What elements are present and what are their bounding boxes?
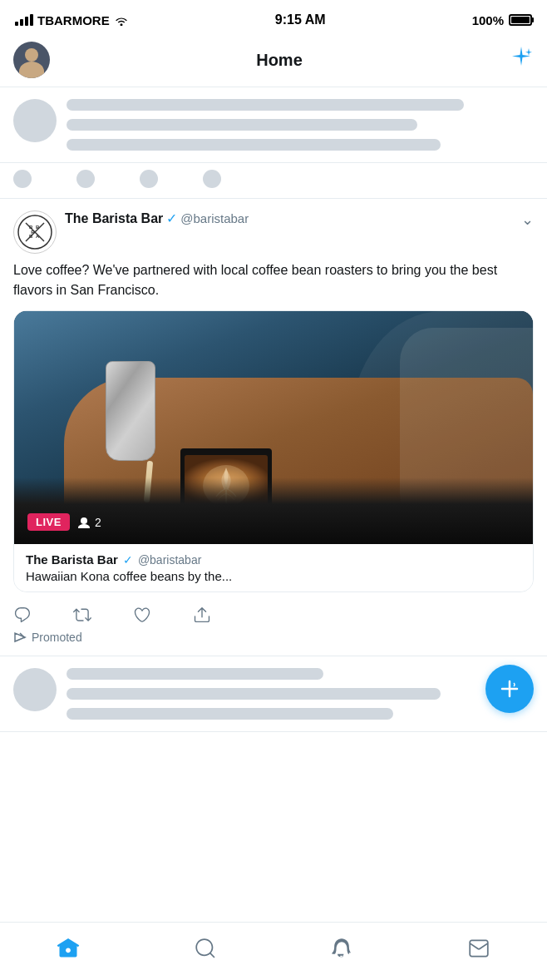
media-caption: Hawaiian Kona coffee beans by the...: [26, 569, 521, 583]
compose-button[interactable]: [485, 665, 534, 713]
skeleton-lines: [67, 99, 534, 151]
media-footer: The Barista Bar ✓ @baristabar Hawaiian K…: [14, 544, 533, 591]
tweet-header: B B B A R The Barista Bar ✓ @baristabar …: [13, 210, 534, 254]
home-icon: [57, 937, 80, 960]
tweet-card: B B B A R The Barista Bar ✓ @baristabar …: [0, 199, 547, 656]
skeleton-avatar-2: [13, 668, 57, 711]
battery-percent: 100%: [472, 13, 504, 27]
skeleton-line-b3: [67, 708, 393, 720]
skeleton-line-1: [67, 99, 464, 111]
sparkle-icon: [509, 45, 534, 70]
promoted-icon: [13, 631, 27, 644]
skeleton-line-2: [67, 119, 417, 131]
notifications-icon: [330, 937, 353, 960]
skeleton-line-3: [67, 139, 441, 151]
bottom-nav: [0, 922, 547, 980]
reply-button[interactable]: [13, 606, 32, 624]
retweet-icon: [73, 606, 91, 624]
tweet-text: Love coffee? We've partnered with local …: [13, 260, 534, 300]
messages-icon: [467, 937, 490, 960]
nav-messages[interactable]: [451, 930, 507, 967]
dark-bottom: [14, 478, 533, 544]
barista-logo: B B B A R: [17, 215, 52, 250]
skeleton-circle-3: [140, 170, 158, 188]
tweet-account-name[interactable]: The Barista Bar: [65, 211, 163, 226]
media-card[interactable]: LIVE 2 The Barista Bar ✓ @baristabar: [13, 310, 534, 592]
carrier-label: TBARMORE: [37, 13, 110, 27]
battery-icon: [509, 14, 532, 26]
tweet-account-handle[interactable]: @baristabar: [180, 211, 249, 225]
status-left: TBARMORE: [15, 13, 129, 27]
skeleton-line-b2: [67, 688, 441, 700]
verified-badge: ✓: [166, 210, 177, 226]
signal-icon: [15, 14, 33, 26]
app-header: Home: [0, 37, 547, 87]
search-icon: [194, 937, 217, 960]
retweet-button[interactable]: [73, 606, 91, 624]
share-button[interactable]: [193, 606, 211, 624]
status-right: 100%: [472, 13, 532, 27]
svg-point-9: [81, 517, 87, 524]
tweet-name-row: The Barista Bar ✓ @baristabar: [65, 210, 513, 226]
profile-avatar[interactable]: [13, 42, 50, 78]
tweet-user-info: The Barista Bar ✓ @baristabar: [65, 210, 513, 226]
skeleton-tweet-top: [0, 87, 547, 163]
nav-home[interactable]: [40, 930, 96, 967]
live-badge-area: LIVE 2: [27, 513, 101, 531]
status-time: 9:15 AM: [275, 12, 326, 27]
media-image: LIVE 2: [14, 311, 533, 544]
coffee-scene: [14, 311, 533, 544]
promoted-row: Promoted: [13, 631, 534, 644]
compose-icon: [499, 678, 520, 700]
skeleton-avatar: [13, 99, 57, 142]
media-account-handle: @baristabar: [138, 553, 201, 567]
svg-point-10: [78, 524, 90, 528]
chevron-down-icon[interactable]: ⌄: [521, 210, 534, 229]
wifi-icon: [114, 14, 129, 26]
skeleton-tweet-bottom: [0, 656, 547, 732]
media-account-row: The Barista Bar ✓ @baristabar: [26, 552, 521, 567]
svg-text:R: R: [31, 230, 35, 235]
sparkle-button[interactable]: [509, 45, 534, 76]
viewer-icon: [76, 517, 91, 528]
nav-search[interactable]: [177, 930, 234, 967]
tweet-actions: [13, 602, 534, 631]
like-icon: [133, 606, 151, 624]
main-content: B B B A R The Barista Bar ✓ @baristabar …: [0, 87, 547, 799]
status-bar: TBARMORE 9:15 AM 100%: [0, 0, 547, 37]
media-account-name: The Barista Bar: [26, 552, 118, 567]
skeleton-circles: [0, 163, 547, 198]
svg-text:B: B: [36, 225, 40, 230]
viewer-count: 2: [76, 516, 101, 529]
skeleton-circle-2: [76, 170, 95, 188]
nav-notifications[interactable]: [313, 930, 370, 967]
tweet-avatar[interactable]: B B B A R: [13, 210, 57, 254]
pitcher-body: [106, 361, 155, 461]
like-button[interactable]: [133, 606, 151, 624]
skeleton-circle-1: [13, 170, 32, 188]
skeleton-lines-2: [67, 668, 534, 720]
skeleton-line-b1: [67, 668, 323, 680]
live-badge: LIVE: [27, 513, 70, 531]
svg-text:A: A: [36, 234, 40, 239]
share-icon: [193, 606, 211, 624]
promoted-label: Promoted: [32, 631, 82, 644]
media-verified-badge: ✓: [123, 553, 133, 567]
pour-pitcher: [106, 361, 160, 469]
skeleton-circle-4: [203, 170, 221, 188]
page-title: Home: [256, 51, 303, 70]
reply-icon: [13, 606, 32, 624]
